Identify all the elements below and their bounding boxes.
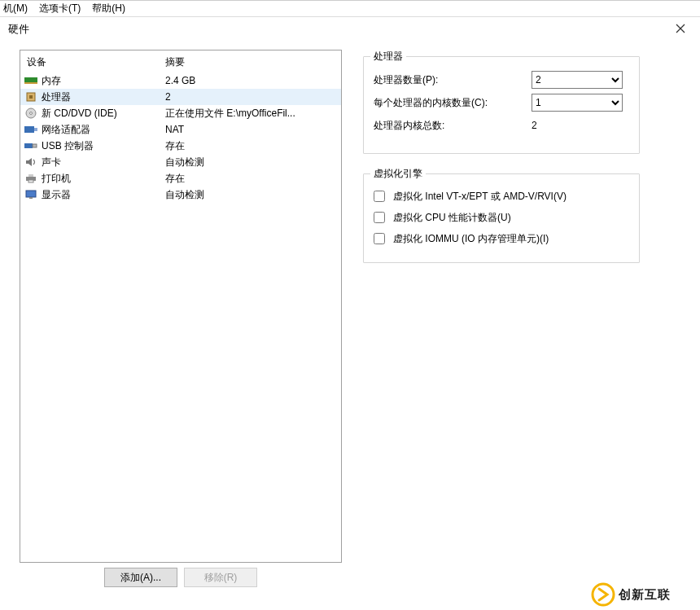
processor-group: 处理器 处理器数量(P): 2 每个处理器的内核数量(C): 1 处理器内核总数…	[363, 56, 640, 154]
proc-count-label: 处理器数量(P):	[374, 73, 527, 87]
svg-rect-15	[28, 174, 33, 177]
hardware-row-value: NAT	[165, 124, 338, 135]
hardware-row-memory[interactable]: 内存 2.4 GB	[20, 72, 341, 89]
dialog-title: 硬件	[8, 22, 29, 37]
cpu-icon	[24, 90, 38, 103]
virtualization-group: 虚拟化引擎 虚拟化 Intel VT-x/EPT 或 AMD-V/RVI(V) …	[363, 173, 640, 263]
virt-vtx-checkbox[interactable]	[374, 191, 385, 202]
cores-per-proc-combo[interactable]: 1	[532, 94, 623, 112]
hardware-row-cpu[interactable]: 处理器 2	[20, 89, 341, 105]
add-button[interactable]: 添加(A)...	[104, 568, 177, 587]
total-cores-value: 2	[532, 120, 623, 131]
virt-iommu-label: 虚拟化 IOMMU (IO 内存管理单元)(I)	[393, 232, 549, 246]
total-cores-label: 处理器内核总数:	[374, 119, 527, 133]
hardware-row-display[interactable]: 显示器 自动检测	[20, 187, 341, 203]
dialog-titlebar: 硬件	[0, 17, 700, 42]
virt-iommu-checkbox[interactable]	[374, 233, 385, 244]
hardware-row-label: 新 CD/DVD (IDE)	[42, 107, 165, 121]
hardware-row-value: 存在	[165, 172, 338, 186]
hardware-row-label: 网络适配器	[42, 123, 165, 137]
virt-iommu-row[interactable]: 虚拟化 IOMMU (IO 内存管理单元)(I)	[374, 228, 629, 249]
display-icon	[24, 188, 38, 201]
svg-rect-11	[24, 143, 33, 148]
usb-icon	[24, 139, 38, 152]
watermark-text: 创新互联	[619, 587, 671, 603]
printer-icon	[24, 172, 38, 185]
svg-rect-10	[34, 128, 37, 131]
hardware-list: 设备 摘要 内存 2.4 GB 处理器 2 新 CD/DVD (IDE) 正在使…	[20, 50, 342, 563]
hardware-row-value: 2.4 GB	[165, 75, 338, 86]
svg-point-19	[593, 584, 614, 605]
svg-marker-13	[26, 158, 32, 166]
virt-group-title: 虚拟化引擎	[370, 167, 426, 181]
nic-icon	[24, 123, 38, 136]
menu-vm[interactable]: 机(M)	[3, 2, 28, 15]
watermark-icon	[591, 582, 615, 607]
svg-rect-12	[33, 144, 37, 147]
hardware-row-value: 存在	[165, 139, 338, 153]
processor-group-title: 处理器	[370, 50, 406, 64]
virt-vtx-row[interactable]: 虚拟化 Intel VT-x/EPT 或 AMD-V/RVI(V)	[374, 186, 629, 207]
cores-per-proc-label: 每个处理器的内核数量(C):	[374, 96, 527, 110]
col-summary: 摘要	[165, 55, 335, 69]
disc-icon	[24, 107, 38, 120]
hardware-row-printer[interactable]: 打印机 存在	[20, 170, 341, 187]
hardware-row-label: 处理器	[42, 90, 165, 104]
virt-vtx-label: 虚拟化 Intel VT-x/EPT 或 AMD-V/RVI(V)	[393, 190, 567, 204]
memory-icon	[24, 74, 38, 87]
svg-rect-6	[29, 95, 33, 99]
proc-count-combo[interactable]: 2	[532, 71, 623, 89]
close-button[interactable]	[667, 19, 693, 38]
hardware-row-label: 显示器	[42, 188, 165, 202]
svg-rect-16	[28, 180, 33, 182]
hardware-row-sound[interactable]: 声卡 自动检测	[20, 154, 341, 170]
hardware-row-nic[interactable]: 网络适配器 NAT	[20, 121, 341, 138]
hardware-list-header: 设备 摘要	[20, 50, 341, 72]
hardware-row-usb[interactable]: USB 控制器 存在	[20, 138, 341, 154]
menubar: 机(M) 选项卡(T) 帮助(H)	[0, 0, 700, 16]
svg-point-8	[30, 112, 33, 115]
svg-rect-18	[29, 197, 33, 199]
hardware-buttons: 添加(A)... 移除(R)	[20, 568, 342, 587]
svg-rect-4	[24, 82, 37, 84]
col-device: 设备	[27, 55, 165, 69]
hardware-row-value: 2	[165, 91, 338, 103]
hardware-row-value: 自动检测	[165, 156, 338, 169]
hardware-row-label: 内存	[42, 74, 165, 88]
menu-help[interactable]: 帮助(H)	[92, 2, 125, 15]
hardware-dialog: 硬件 设备 摘要 内存 2.4 GB 处理器 2	[0, 16, 700, 610]
virt-perfcounter-row[interactable]: 虚拟化 CPU 性能计数器(U)	[374, 207, 629, 228]
virt-perfcounter-label: 虚拟化 CPU 性能计数器(U)	[393, 211, 511, 225]
hardware-row-label: 声卡	[42, 156, 165, 169]
svg-rect-3	[24, 77, 37, 82]
svg-rect-9	[24, 126, 34, 133]
hardware-row-value: 自动检测	[165, 188, 338, 202]
remove-button[interactable]: 移除(R)	[184, 568, 257, 587]
hardware-row-label: 打印机	[42, 172, 165, 186]
hardware-row-value: 正在使用文件 E:\myOfficeFil...	[165, 107, 338, 121]
hardware-row-cddvd[interactable]: 新 CD/DVD (IDE) 正在使用文件 E:\myOfficeFil...	[20, 105, 341, 121]
sound-icon	[24, 156, 38, 169]
watermark: 创新互联	[586, 579, 700, 610]
hardware-row-label: USB 控制器	[42, 139, 165, 153]
close-icon	[676, 24, 685, 33]
virt-perfcounter-checkbox[interactable]	[374, 212, 385, 223]
svg-rect-17	[26, 191, 36, 197]
menu-tabs[interactable]: 选项卡(T)	[39, 2, 81, 15]
